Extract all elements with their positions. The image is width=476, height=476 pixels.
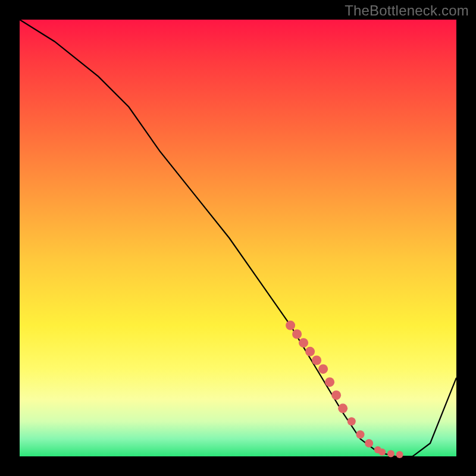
highlight-dot: [292, 330, 302, 339]
highlight-dot: [325, 377, 334, 387]
highlight-dot: [378, 449, 386, 456]
chart-container: TheBottleneck.com: [0, 0, 476, 476]
highlight-dot: [356, 430, 365, 439]
highlight-dot: [396, 451, 403, 458]
highlight-dot: [305, 347, 315, 356]
watermark-label: TheBottleneck.com: [345, 2, 469, 19]
plot-background: [20, 20, 456, 456]
highlight-dot: [318, 364, 328, 374]
highlight-dot: [286, 321, 295, 330]
bottleneck-chart: [0, 0, 476, 476]
highlight-dot: [365, 439, 373, 447]
highlight-dot: [338, 403, 347, 413]
highlight-dot: [312, 356, 321, 365]
highlight-dot: [347, 417, 356, 425]
highlight-dot: [299, 338, 308, 347]
highlight-dot: [387, 450, 394, 458]
highlight-dot: [331, 390, 341, 400]
